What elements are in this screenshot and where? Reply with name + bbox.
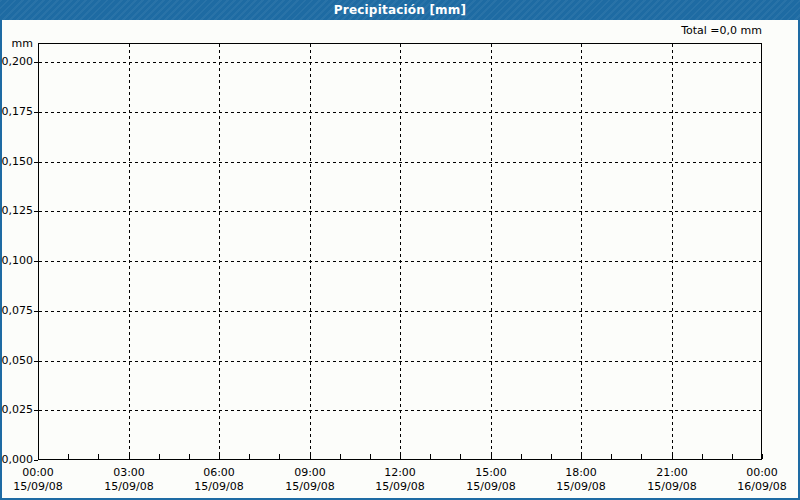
x-tick	[279, 454, 280, 459]
x-date-label: 15/09/08	[84, 480, 174, 493]
x-tick	[159, 454, 160, 459]
x-date-label: 15/09/08	[536, 480, 626, 493]
x-date-label: 15/09/08	[627, 480, 717, 493]
x-date-label: 15/09/08	[265, 480, 355, 493]
x-time-label: 06:00	[174, 466, 264, 479]
v-gridline	[219, 44, 220, 459]
y-tick	[34, 211, 38, 212]
y-tick	[34, 162, 38, 163]
y-tick-label: 0,050	[0, 354, 33, 367]
x-tick	[189, 454, 190, 459]
x-tick	[581, 454, 582, 459]
x-tick	[98, 454, 99, 459]
v-gridline	[581, 44, 582, 459]
x-tick	[702, 454, 703, 459]
chart-title: Precipitación [mm]	[334, 3, 466, 17]
y-tick-label: 0,100	[0, 254, 33, 267]
v-gridline	[672, 44, 673, 459]
x-tick	[219, 454, 220, 459]
x-time-label: 09:00	[265, 466, 355, 479]
y-tick-label: 0,025	[0, 403, 33, 416]
y-tick	[34, 460, 38, 461]
x-tick	[370, 454, 371, 459]
x-tick	[310, 454, 311, 459]
x-tick	[400, 454, 401, 459]
y-tick	[34, 62, 38, 63]
x-tick	[460, 454, 461, 459]
x-date-label: 15/09/08	[446, 480, 536, 493]
x-tick	[491, 454, 492, 459]
x-date-label: 16/09/08	[717, 480, 800, 493]
x-time-label: 12:00	[355, 466, 445, 479]
x-tick	[551, 454, 552, 459]
x-tick	[672, 454, 673, 459]
y-tick-label: 0,200	[0, 55, 33, 68]
y-axis-unit-label: mm	[0, 37, 33, 50]
chart-title-bar: Precipitación [mm]	[0, 0, 800, 20]
x-tick	[129, 454, 130, 459]
x-time-label: 03:00	[84, 466, 174, 479]
x-time-label: 00:00	[717, 466, 800, 479]
x-time-label: 18:00	[536, 466, 626, 479]
x-date-label: 15/09/08	[355, 480, 445, 493]
x-tick	[762, 454, 763, 459]
x-tick	[38, 454, 39, 459]
v-gridline	[129, 44, 130, 459]
y-tick-label: 0,125	[0, 204, 33, 217]
y-tick	[34, 311, 38, 312]
x-tick	[641, 454, 642, 459]
y-tick-label: 0,075	[0, 304, 33, 317]
precipitation-chart-window: Precipitación [mm] Total =0,0 mm mm 0,00…	[0, 0, 800, 500]
x-tick	[249, 454, 250, 459]
x-tick	[340, 454, 341, 459]
x-tick	[430, 454, 431, 459]
x-tick	[521, 454, 522, 459]
total-annotation: Total =0,0 mm	[562, 24, 762, 37]
y-tick	[34, 112, 38, 113]
y-tick-label: 0,000	[0, 453, 33, 466]
y-tick	[34, 261, 38, 262]
y-tick	[34, 410, 38, 411]
x-tick	[611, 454, 612, 459]
y-tick-label: 0,175	[0, 105, 33, 118]
x-time-label: 00:00	[0, 466, 83, 479]
v-gridline	[400, 44, 401, 459]
x-date-label: 15/09/08	[0, 480, 83, 493]
y-tick	[34, 361, 38, 362]
v-gridline	[310, 44, 311, 459]
x-date-label: 15/09/08	[174, 480, 264, 493]
x-tick	[732, 454, 733, 459]
y-tick-label: 0,150	[0, 155, 33, 168]
x-time-label: 21:00	[627, 466, 717, 479]
v-gridline	[491, 44, 492, 459]
x-tick	[68, 454, 69, 459]
x-time-label: 15:00	[446, 466, 536, 479]
